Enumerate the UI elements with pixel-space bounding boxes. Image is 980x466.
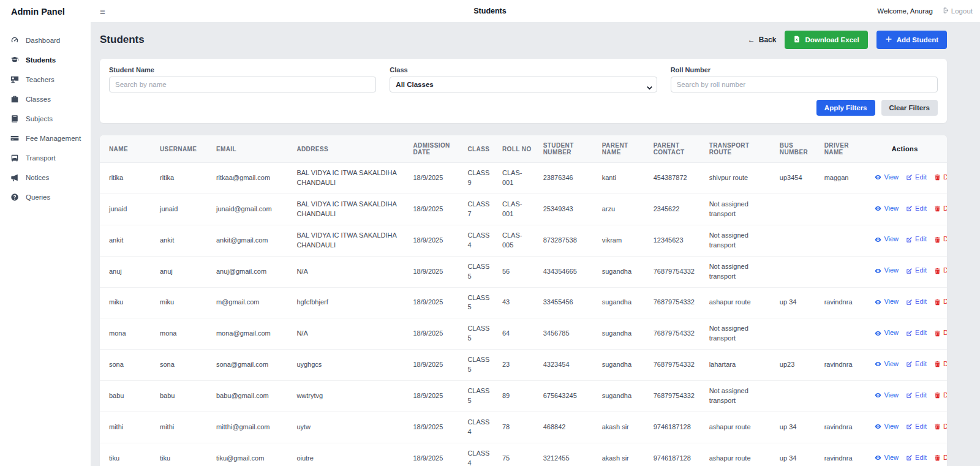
eye-icon: [875, 236, 881, 243]
delete-action-link[interactable]: Delete: [934, 359, 947, 369]
delete-action-link[interactable]: Delete: [934, 328, 947, 338]
sidebar-item-teachers[interactable]: Teachers: [0, 70, 91, 89]
edit-action-link[interactable]: Edit: [906, 453, 927, 463]
view-action-link[interactable]: View: [875, 266, 899, 276]
cell-admission-date: 18/9/2025: [408, 256, 462, 287]
edit-action-link[interactable]: Edit: [906, 422, 927, 432]
cell-student-number: 434354665: [538, 256, 597, 287]
cell-driver-name: ravindnra: [820, 412, 863, 443]
delete-action-link[interactable]: Delete: [934, 266, 947, 276]
cell-email: anuj@gmail.com: [211, 256, 292, 287]
view-action-link[interactable]: View: [875, 359, 899, 369]
cell-driver-name: ravindnra: [820, 350, 863, 381]
sidebar-item-label: Subjects: [26, 115, 53, 122]
cell-admission-date: 18/9/2025: [408, 194, 462, 225]
cell-actions: ViewEditDelete: [862, 194, 947, 225]
student-name-input[interactable]: [109, 77, 376, 92]
delete-action-link[interactable]: Delete: [934, 391, 947, 400]
cell-roll-no: 56: [497, 256, 538, 287]
view-action-link[interactable]: View: [875, 297, 899, 307]
view-action-link[interactable]: View: [875, 453, 899, 463]
cell-address: hgfcfbhjerf: [292, 287, 408, 318]
delete-action-link[interactable]: Delete: [934, 422, 947, 432]
add-student-button[interactable]: Add Student: [876, 31, 947, 49]
sidebar-item-queries[interactable]: Queries: [0, 187, 91, 207]
classes-icon: [10, 95, 19, 103]
edit-action-link[interactable]: Edit: [906, 297, 927, 307]
cell-class: CLASS 4: [462, 443, 497, 466]
cell-class: CLASS 5: [462, 350, 497, 381]
cell-admission-date: 18/9/2025: [408, 163, 462, 194]
edit-action-link[interactable]: Edit: [906, 235, 927, 244]
cell-student-number: 3456785: [538, 318, 597, 350]
sidebar: Admin Panel DashboardStudentsTeachersCla…: [0, 0, 91, 466]
cell-address: uyghgcs: [292, 350, 408, 381]
delete-action-link[interactable]: Delete: [934, 235, 947, 244]
students-table-card: NAMEUSERNAMEEMAILADDRESSADMISSION DATECL…: [100, 135, 947, 466]
cell-email: m@gmail.com: [211, 287, 292, 318]
edit-action-link[interactable]: Edit: [906, 173, 927, 182]
sidebar-item-students[interactable]: Students: [0, 50, 91, 70]
sidebar-item-classes[interactable]: Classes: [0, 89, 91, 109]
view-action-link[interactable]: View: [875, 204, 899, 214]
view-action-link[interactable]: View: [875, 173, 899, 182]
cell-admission-date: 18/9/2025: [408, 443, 462, 466]
delete-action-link[interactable]: Delete: [934, 297, 947, 307]
cell-transport-route: lahartara: [704, 350, 775, 381]
view-action-link[interactable]: View: [875, 422, 899, 432]
cell-parent-contact: 76879754332: [649, 350, 704, 381]
cell-address: oiutre: [292, 443, 408, 466]
sidebar-item-notices[interactable]: Notices: [0, 168, 91, 187]
edit-action-link[interactable]: Edit: [906, 204, 927, 214]
cell-roll-no: CLAS-001: [497, 194, 538, 225]
cell-bus-number: [775, 381, 820, 412]
cell-actions: ViewEditDelete: [862, 256, 947, 287]
trash-icon: [934, 330, 941, 337]
eye-icon: [875, 268, 881, 274]
clear-filters-button[interactable]: Clear Filters: [881, 100, 938, 116]
cell-student-number: 25349343: [538, 194, 597, 225]
edit-action-link[interactable]: Edit: [906, 328, 927, 338]
edit-action-link[interactable]: Edit: [906, 359, 927, 369]
cell-driver-name: [820, 381, 863, 412]
sidebar-item-dashboard[interactable]: Dashboard: [0, 31, 91, 50]
cell-address: uytw: [292, 412, 408, 443]
eye-icon: [875, 330, 881, 337]
apply-filters-button[interactable]: Apply Filters: [816, 100, 875, 116]
sidebar-item-label: Transport: [26, 154, 56, 162]
cell-parent-name: arzu: [597, 194, 649, 225]
view-action-link[interactable]: View: [875, 391, 899, 400]
cell-address: N/A: [292, 256, 408, 287]
delete-action-link[interactable]: Delete: [934, 173, 947, 182]
hamburger-icon[interactable]: ≡: [100, 7, 105, 16]
bus-icon: [10, 154, 19, 162]
class-filter-label: Class: [390, 66, 657, 73]
page-title: Students: [100, 34, 145, 46]
teachers-icon: [10, 75, 19, 84]
sidebar-item-transport[interactable]: Transport: [0, 148, 91, 168]
column-header-actions: Actions: [862, 135, 947, 163]
view-action-link[interactable]: View: [875, 328, 899, 338]
cell-driver-name: ravindnra: [820, 443, 863, 466]
cell-bus-number: [775, 318, 820, 350]
cell-email: ritkaa@gmail.com: [211, 163, 292, 194]
cell-name: ankit: [100, 225, 155, 256]
delete-action-link[interactable]: Delete: [934, 453, 947, 463]
cell-actions: ViewEditDelete: [862, 412, 947, 443]
download-excel-button[interactable]: Download Excel: [785, 31, 867, 49]
table-row: sonasonasona@gmail.comuyghgcs18/9/2025CL…: [100, 350, 947, 381]
sidebar-item-subjects[interactable]: Subjects: [0, 109, 91, 129]
cell-roll-no: 78: [497, 412, 538, 443]
view-action-link[interactable]: View: [875, 235, 899, 244]
logout-button[interactable]: Logout: [941, 7, 973, 15]
back-button[interactable]: ← Back: [748, 36, 777, 44]
delete-action-link[interactable]: Delete: [934, 204, 947, 214]
table-row: mithimithimitthi@gmail.comuytw18/9/2025C…: [100, 412, 947, 443]
edit-action-link[interactable]: Edit: [906, 266, 927, 276]
class-select[interactable]: All Classes: [390, 77, 657, 92]
roll-number-input[interactable]: [671, 77, 938, 92]
edit-action-link[interactable]: Edit: [906, 391, 927, 400]
sidebar-item-fee-management[interactable]: Fee Management: [0, 129, 91, 148]
cell-student-number: 4323454: [538, 350, 597, 381]
topbar: ≡ Students Welcome, Anurag Logout: [91, 0, 980, 22]
